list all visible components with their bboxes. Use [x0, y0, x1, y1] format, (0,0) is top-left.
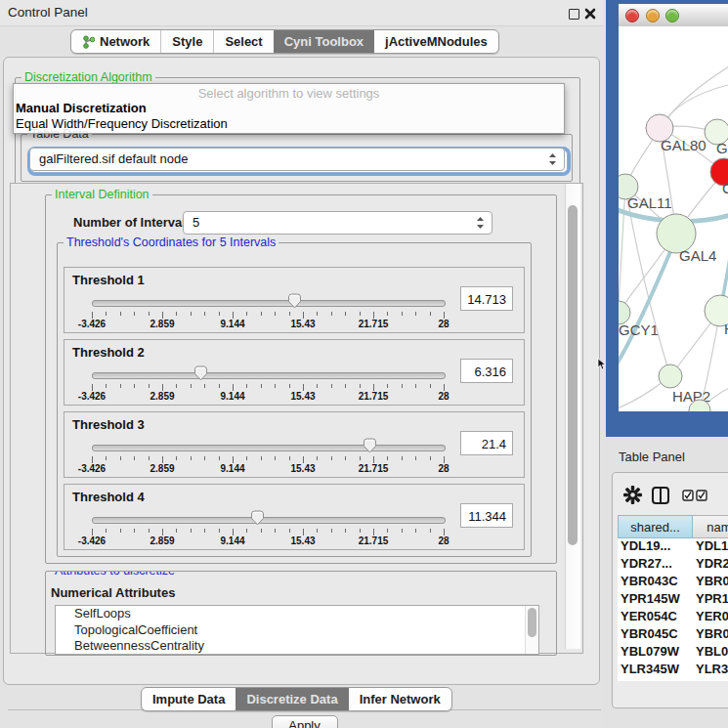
slider[interactable]: -3.4262.8599.14415.4321.71528 — [92, 340, 444, 405]
cell-name[interactable]: YIL0 — [696, 679, 728, 681]
column-header-shared-name[interactable]: shared... — [618, 515, 693, 538]
bottom-tab-label: Discretize Data — [246, 688, 337, 710]
table-row[interactable]: YIL052CYIL0 — [618, 679, 728, 681]
threshold-value-field[interactable]: 11.344 — [460, 503, 513, 528]
tick-label: 28 — [438, 535, 449, 546]
table-row[interactable]: YBR043CYBR0 — [618, 574, 728, 591]
slider-tick — [303, 456, 304, 463]
cell-name[interactable]: YDL1 — [696, 538, 728, 553]
bottom-tab-discretize-data[interactable]: Discretize Data — [236, 688, 348, 710]
threshold-value-field[interactable]: 6.316 — [460, 359, 513, 383]
bottom-tab-label: Impute Data — [152, 688, 225, 710]
slider-tick — [289, 529, 290, 533]
slider-tick — [204, 529, 205, 533]
slider-tick — [360, 529, 361, 533]
close-icon[interactable] — [584, 8, 596, 20]
table-row[interactable]: YLR345WYLR3 — [618, 662, 728, 679]
popup-item[interactable]: Equal Width/Frequency Discretization — [16, 116, 228, 131]
bottom-tab-infer-network[interactable]: Infer Network — [349, 688, 451, 710]
slider-thumb[interactable] — [193, 365, 208, 381]
cell-name[interactable]: YBL0 — [696, 644, 728, 659]
threshold-value-field[interactable]: 14.713 — [460, 286, 513, 311]
slider[interactable]: -3.4262.8599.14415.4321.71528 — [92, 485, 444, 549]
settings-gear-icon[interactable] — [623, 486, 642, 504]
cell-name[interactable]: YLR3 — [696, 662, 728, 676]
table-row[interactable]: YDL19...YDL1 — [618, 538, 728, 556]
tick-label: 21.715 — [359, 463, 389, 474]
network-view-window[interactable]: GAL80GACGAL11GAL4GCY1HHAP2 — [606, 0, 728, 437]
network-edge — [619, 187, 625, 305]
slider-thumb[interactable] — [363, 438, 377, 453]
slider-tick — [430, 384, 431, 388]
network-icon — [82, 35, 95, 49]
slider-tick — [162, 456, 163, 463]
network-canvas[interactable]: GAL80GACGAL11GAL4GCY1HHAP2 — [619, 26, 728, 411]
popup-placeholder[interactable]: Select algorithm to view settings — [14, 86, 564, 101]
attributes-list[interactable]: SelfLoopsTopologicalCoefficientBetweenne… — [55, 605, 539, 655]
cell-shared-name[interactable]: YDL19... — [621, 538, 692, 553]
table-row[interactable]: YER054CYER0 — [618, 609, 728, 626]
table-row[interactable]: YBL079WYBL0 — [618, 644, 728, 662]
panel-vertical-scrollbar[interactable] — [565, 184, 580, 649]
slider-tick — [275, 312, 276, 316]
popup-item[interactable]: Manual Discretization — [16, 101, 147, 115]
attribute-item[interactable]: TopologicalCoefficient — [56, 622, 538, 639]
slider-tick — [444, 456, 445, 463]
slider-thumb[interactable] — [287, 293, 302, 309]
slider-thumb[interactable] — [250, 510, 265, 526]
float-window-icon[interactable] — [569, 9, 579, 20]
threshold-row: Threshold 2-3.4262.8599.14415.4321.71528… — [64, 339, 525, 406]
cell-shared-name[interactable]: YBR043C — [621, 574, 692, 588]
attributes-list-scrollbar[interactable] — [525, 606, 538, 654]
apply-button[interactable]: Apply — [272, 715, 338, 728]
node-label: H — [724, 321, 728, 337]
network-window-titlebar[interactable] — [619, 4, 728, 27]
tab-select[interactable]: Select — [213, 30, 273, 53]
table-row[interactable]: YDR27...YDR2 — [618, 556, 728, 574]
column-header-name[interactable]: name — [693, 515, 728, 538]
cell-shared-name[interactable]: YDR27... — [621, 556, 692, 571]
cell-name[interactable]: YDR2 — [696, 556, 728, 571]
minimize-traffic-light[interactable] — [646, 9, 660, 22]
slider-track[interactable] — [92, 372, 446, 379]
tab-label: jActiveMNodules — [385, 30, 488, 53]
close-traffic-light[interactable] — [625, 9, 639, 22]
slider-tick — [415, 312, 416, 316]
slider-tick — [149, 312, 150, 316]
attribute-item[interactable]: BetweennessCentrality — [56, 638, 538, 655]
cell-shared-name[interactable]: YER054C — [621, 609, 692, 623]
slider-track[interactable] — [92, 300, 446, 307]
tab-style[interactable]: Style — [160, 30, 213, 53]
slider[interactable]: -3.4262.8599.14415.4321.71528 — [92, 412, 444, 477]
cell-name[interactable]: YER0 — [696, 609, 728, 623]
split-columns-icon[interactable] — [651, 486, 670, 505]
cell-shared-name[interactable]: YIL052C — [621, 679, 692, 681]
threshold-value-field[interactable]: 21.4 — [460, 431, 513, 455]
table-row[interactable]: YBR045CYBR0 — [618, 626, 728, 644]
cell-shared-name[interactable]: YBL079W — [621, 644, 692, 659]
attribute-item[interactable]: SelfLoops — [56, 606, 538, 622]
tab-cyni-toolbox[interactable]: Cyni Toolbox — [274, 30, 374, 53]
table-data-select[interactable]: galFiltered.sif default node — [29, 148, 565, 171]
select-columns-icon[interactable] — [682, 490, 707, 501]
scrollbar-thumb[interactable] — [568, 205, 578, 545]
tick-label: 9.144 — [220, 391, 244, 402]
slider-tick — [303, 312, 304, 319]
scrollbar-thumb[interactable] — [528, 608, 536, 637]
num-intervals-select[interactable]: 5 — [183, 211, 492, 235]
cell-shared-name[interactable]: YLR345W — [621, 662, 692, 676]
tab-jactivemnodules[interactable]: jActiveMNodules — [374, 30, 498, 53]
cell-name[interactable]: YBR0 — [696, 574, 728, 588]
cell-name[interactable]: YPR1 — [696, 591, 728, 606]
slider-track[interactable] — [92, 445, 446, 451]
tab-network[interactable]: Network — [71, 30, 160, 53]
cell-shared-name[interactable]: YBR045C — [621, 626, 692, 641]
table-row[interactable]: YPR145WYPR1 — [618, 591, 728, 609]
cell-name[interactable]: YBR0 — [696, 626, 728, 641]
zoom-traffic-light[interactable] — [665, 9, 679, 22]
slider[interactable]: -3.4262.8599.14415.4321.71528 — [92, 268, 444, 332]
cell-shared-name[interactable]: YPR145W — [621, 591, 692, 606]
slider-track[interactable] — [92, 517, 446, 524]
network-node-hap2[interactable] — [659, 364, 682, 388]
bottom-tab-impute-data[interactable]: Impute Data — [142, 688, 236, 710]
